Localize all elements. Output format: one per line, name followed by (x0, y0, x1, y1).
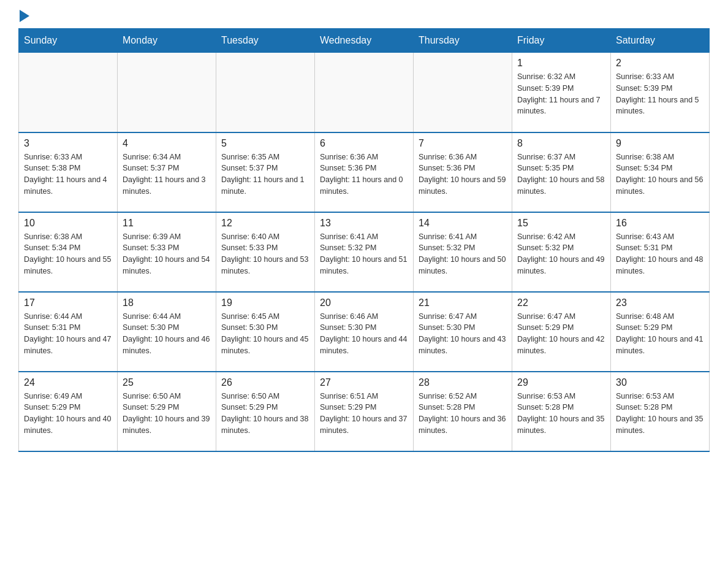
header-tuesday: Tuesday (216, 29, 315, 53)
day-number: 10 (24, 218, 112, 229)
page-header (18, 12, 710, 22)
header-monday: Monday (118, 29, 216, 53)
day-info: Sunrise: 6:48 AMSunset: 5:29 PMDaylight:… (616, 311, 704, 357)
calendar-cell: 1Sunrise: 6:32 AMSunset: 5:39 PMDaylight… (512, 53, 611, 132)
day-info: Sunrise: 6:38 AMSunset: 5:34 PMDaylight:… (24, 231, 112, 277)
day-number: 23 (616, 297, 704, 308)
day-number: 18 (123, 297, 211, 308)
day-info: Sunrise: 6:44 AMSunset: 5:31 PMDaylight:… (24, 311, 112, 357)
day-number: 5 (221, 138, 309, 149)
day-info: Sunrise: 6:32 AMSunset: 5:39 PMDaylight:… (517, 71, 605, 117)
calendar-cell: 9Sunrise: 6:38 AMSunset: 5:34 PMDaylight… (611, 132, 710, 212)
logo (18, 12, 29, 22)
day-number: 16 (616, 218, 704, 229)
calendar-cell: 8Sunrise: 6:37 AMSunset: 5:35 PMDaylight… (512, 132, 611, 212)
day-number: 14 (419, 218, 507, 229)
day-info: Sunrise: 6:44 AMSunset: 5:30 PMDaylight:… (123, 311, 211, 357)
day-number: 15 (517, 218, 605, 229)
day-number: 30 (616, 377, 704, 388)
day-number: 1 (517, 58, 605, 69)
day-info: Sunrise: 6:52 AMSunset: 5:28 PMDaylight:… (419, 391, 507, 437)
calendar-cell: 25Sunrise: 6:50 AMSunset: 5:29 PMDayligh… (118, 372, 216, 451)
day-number: 7 (419, 138, 507, 149)
day-number: 11 (123, 218, 211, 229)
calendar-cell: 12Sunrise: 6:40 AMSunset: 5:33 PMDayligh… (216, 212, 315, 292)
day-info: Sunrise: 6:41 AMSunset: 5:32 PMDaylight:… (320, 231, 408, 277)
day-number: 4 (123, 138, 211, 149)
day-number: 9 (616, 138, 704, 149)
calendar-row-2: 10Sunrise: 6:38 AMSunset: 5:34 PMDayligh… (19, 212, 710, 292)
day-info: Sunrise: 6:41 AMSunset: 5:32 PMDaylight:… (419, 231, 507, 277)
day-number: 6 (320, 138, 408, 149)
day-info: Sunrise: 6:34 AMSunset: 5:37 PMDaylight:… (123, 151, 211, 197)
day-info: Sunrise: 6:45 AMSunset: 5:30 PMDaylight:… (221, 311, 309, 357)
day-info: Sunrise: 6:46 AMSunset: 5:30 PMDaylight:… (320, 311, 408, 357)
day-info: Sunrise: 6:40 AMSunset: 5:33 PMDaylight:… (221, 231, 309, 277)
day-number: 8 (517, 138, 605, 149)
calendar-row-4: 24Sunrise: 6:49 AMSunset: 5:29 PMDayligh… (19, 372, 710, 451)
calendar-cell: 15Sunrise: 6:42 AMSunset: 5:32 PMDayligh… (512, 212, 611, 292)
day-number: 12 (221, 218, 309, 229)
day-number: 29 (517, 377, 605, 388)
day-number: 24 (24, 377, 112, 388)
day-number: 22 (517, 297, 605, 308)
calendar-cell: 22Sunrise: 6:47 AMSunset: 5:29 PMDayligh… (512, 292, 611, 372)
calendar-cell: 18Sunrise: 6:44 AMSunset: 5:30 PMDayligh… (118, 292, 216, 372)
logo-arrow-icon (20, 10, 29, 22)
day-info: Sunrise: 6:51 AMSunset: 5:29 PMDaylight:… (320, 391, 408, 437)
header-saturday: Saturday (611, 29, 710, 53)
calendar-cell: 30Sunrise: 6:53 AMSunset: 5:28 PMDayligh… (611, 372, 710, 451)
day-info: Sunrise: 6:43 AMSunset: 5:31 PMDaylight:… (616, 231, 704, 277)
calendar-cell (19, 53, 118, 132)
calendar-cell (315, 53, 414, 132)
calendar-cell (414, 53, 512, 132)
calendar-cell (118, 53, 216, 132)
calendar-cell: 3Sunrise: 6:33 AMSunset: 5:38 PMDaylight… (19, 132, 118, 212)
calendar-cell: 21Sunrise: 6:47 AMSunset: 5:30 PMDayligh… (414, 292, 512, 372)
day-number: 28 (419, 377, 507, 388)
day-info: Sunrise: 6:47 AMSunset: 5:29 PMDaylight:… (517, 311, 605, 357)
day-info: Sunrise: 6:39 AMSunset: 5:33 PMDaylight:… (123, 231, 211, 277)
calendar-cell: 24Sunrise: 6:49 AMSunset: 5:29 PMDayligh… (19, 372, 118, 451)
day-number: 20 (320, 297, 408, 308)
calendar-table: Sunday Monday Tuesday Wednesday Thursday… (18, 28, 710, 452)
calendar-cell: 19Sunrise: 6:45 AMSunset: 5:30 PMDayligh… (216, 292, 315, 372)
calendar-cell: 14Sunrise: 6:41 AMSunset: 5:32 PMDayligh… (414, 212, 512, 292)
day-info: Sunrise: 6:33 AMSunset: 5:38 PMDaylight:… (24, 151, 112, 197)
calendar-cell: 10Sunrise: 6:38 AMSunset: 5:34 PMDayligh… (19, 212, 118, 292)
calendar-cell (216, 53, 315, 132)
day-info: Sunrise: 6:33 AMSunset: 5:39 PMDaylight:… (616, 71, 704, 117)
day-info: Sunrise: 6:47 AMSunset: 5:30 PMDaylight:… (419, 311, 507, 357)
calendar-cell: 26Sunrise: 6:50 AMSunset: 5:29 PMDayligh… (216, 372, 315, 451)
day-info: Sunrise: 6:35 AMSunset: 5:37 PMDaylight:… (221, 151, 309, 197)
header-sunday: Sunday (19, 29, 118, 53)
day-number: 2 (616, 58, 704, 69)
day-info: Sunrise: 6:37 AMSunset: 5:35 PMDaylight:… (517, 151, 605, 197)
header-friday: Friday (512, 29, 611, 53)
day-number: 25 (123, 377, 211, 388)
day-info: Sunrise: 6:49 AMSunset: 5:29 PMDaylight:… (24, 391, 112, 437)
day-number: 3 (24, 138, 112, 149)
calendar-cell: 16Sunrise: 6:43 AMSunset: 5:31 PMDayligh… (611, 212, 710, 292)
calendar-cell: 23Sunrise: 6:48 AMSunset: 5:29 PMDayligh… (611, 292, 710, 372)
day-info: Sunrise: 6:36 AMSunset: 5:36 PMDaylight:… (320, 151, 408, 197)
calendar-cell: 13Sunrise: 6:41 AMSunset: 5:32 PMDayligh… (315, 212, 414, 292)
day-number: 17 (24, 297, 112, 308)
calendar-cell: 5Sunrise: 6:35 AMSunset: 5:37 PMDaylight… (216, 132, 315, 212)
calendar-cell: 29Sunrise: 6:53 AMSunset: 5:28 PMDayligh… (512, 372, 611, 451)
day-info: Sunrise: 6:42 AMSunset: 5:32 PMDaylight:… (517, 231, 605, 277)
header-thursday: Thursday (414, 29, 512, 53)
calendar-cell: 7Sunrise: 6:36 AMSunset: 5:36 PMDaylight… (414, 132, 512, 212)
calendar-cell: 28Sunrise: 6:52 AMSunset: 5:28 PMDayligh… (414, 372, 512, 451)
day-number: 26 (221, 377, 309, 388)
calendar-cell: 20Sunrise: 6:46 AMSunset: 5:30 PMDayligh… (315, 292, 414, 372)
day-info: Sunrise: 6:53 AMSunset: 5:28 PMDaylight:… (616, 391, 704, 437)
day-number: 27 (320, 377, 408, 388)
day-info: Sunrise: 6:50 AMSunset: 5:29 PMDaylight:… (221, 391, 309, 437)
day-number: 13 (320, 218, 408, 229)
weekday-header-row: Sunday Monday Tuesday Wednesday Thursday… (19, 29, 710, 53)
header-wednesday: Wednesday (315, 29, 414, 53)
calendar-cell: 6Sunrise: 6:36 AMSunset: 5:36 PMDaylight… (315, 132, 414, 212)
calendar-row-0: 1Sunrise: 6:32 AMSunset: 5:39 PMDaylight… (19, 53, 710, 132)
calendar-cell: 27Sunrise: 6:51 AMSunset: 5:29 PMDayligh… (315, 372, 414, 451)
